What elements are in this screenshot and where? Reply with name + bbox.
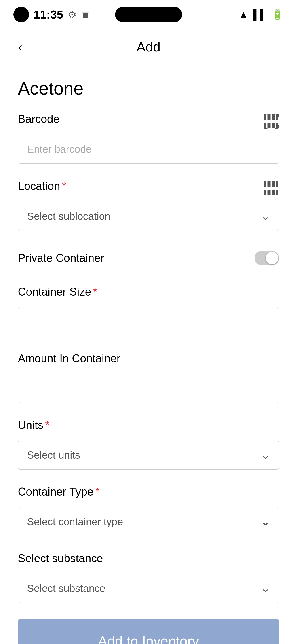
svg-rect-9 (268, 123, 270, 128)
status-right: ▲ ▌▌ 🔋 (239, 9, 284, 20)
container-size-input[interactable] (18, 307, 279, 336)
substance-select[interactable]: Select substance (18, 574, 279, 603)
svg-rect-8 (267, 123, 268, 128)
svg-rect-24 (271, 190, 272, 196)
status-time: 11:35 (33, 8, 63, 21)
substance-field-group: Select substance Select substance ⌄ (18, 552, 279, 603)
private-container-toggle[interactable] (255, 251, 279, 265)
notch (115, 7, 182, 22)
svg-rect-16 (268, 181, 270, 187)
svg-rect-3 (271, 114, 272, 120)
amount-input[interactable] (18, 374, 279, 403)
svg-rect-5 (275, 114, 275, 120)
container-size-required-star: * (93, 285, 97, 298)
container-type-select-wrapper: Select container type ⌄ (18, 507, 279, 536)
svg-rect-15 (267, 181, 268, 187)
svg-rect-4 (272, 114, 274, 120)
location-field-header: Location* (18, 179, 279, 197)
units-required-star: * (45, 418, 49, 432)
add-to-inventory-button[interactable]: Add to Inventory (18, 618, 279, 644)
svg-rect-25 (272, 190, 274, 196)
svg-rect-11 (272, 123, 274, 128)
app-header: ‹ Add (0, 29, 297, 65)
container-size-field-group: Container Size* (18, 285, 279, 336)
toggle-row: Private Container (18, 246, 279, 270)
private-container-label: Private Container (18, 252, 104, 264)
substance-label: Select substance (18, 552, 103, 565)
private-container-field-group: Private Container (18, 246, 279, 270)
back-arrow-icon: ‹ (18, 40, 22, 54)
container-size-label: Container Size* (18, 285, 97, 298)
location-field-group: Location* (18, 179, 279, 231)
back-button[interactable]: ‹ (11, 38, 29, 56)
status-left: 11:35 ⚙ ▣ (13, 7, 90, 22)
barcode-field-group: Barcode (18, 112, 279, 164)
svg-rect-2 (268, 114, 270, 120)
svg-rect-27 (276, 190, 279, 196)
units-select-wrapper: Select units ⌄ (18, 440, 279, 470)
barcode-label: Barcode (18, 112, 59, 126)
svg-rect-14 (264, 181, 266, 187)
svg-rect-19 (275, 181, 275, 187)
container-type-field-header: Container Type* (18, 485, 279, 503)
svg-rect-26 (275, 190, 275, 196)
barcode-scan-icon[interactable] (261, 112, 279, 130)
units-label: Units* (18, 418, 49, 432)
units-field-group: Units* Select units ⌄ (18, 418, 279, 470)
wifi-icon: ▲ (239, 9, 249, 20)
container-type-field-group: Container Type* Select container type ⌄ (18, 485, 279, 536)
container-type-required-star: * (95, 485, 99, 498)
svg-rect-20 (276, 181, 279, 187)
settings-icon: ⚙ (68, 9, 76, 20)
camera-icon (13, 7, 29, 22)
units-field-header: Units* (18, 418, 279, 436)
barcode-field-header: Barcode (18, 112, 279, 130)
page-title: Acetone (18, 78, 279, 99)
content-area: Acetone Barcode (0, 65, 297, 644)
amount-field-header: Amount In Container (18, 352, 279, 370)
amount-field-group: Amount In Container (18, 352, 279, 403)
svg-rect-10 (271, 123, 272, 128)
substance-select-wrapper: Select substance ⌄ (18, 574, 279, 603)
signal-icon: ▌▌ (253, 9, 267, 20)
location-select-wrapper: Select sublocation ⌄ (18, 202, 279, 231)
svg-rect-22 (267, 190, 268, 196)
svg-rect-23 (268, 190, 270, 196)
amount-label: Amount In Container (18, 352, 120, 365)
svg-rect-12 (275, 123, 275, 128)
substance-field-header: Select substance (18, 552, 279, 569)
location-select[interactable]: Select sublocation (18, 202, 279, 231)
barcode-input[interactable] (18, 134, 279, 164)
battery-icon: 🔋 (271, 9, 284, 20)
container-size-field-header: Container Size* (18, 285, 279, 303)
header-title: Add (137, 39, 160, 54)
container-type-label: Container Type* (18, 485, 100, 498)
location-label: Location* (18, 180, 66, 192)
svg-rect-21 (264, 190, 266, 196)
toggle-knob (266, 252, 278, 264)
svg-rect-18 (272, 181, 274, 187)
svg-rect-1 (267, 114, 268, 120)
location-barcode-scan-icon[interactable] (261, 179, 279, 197)
units-select[interactable]: Select units (18, 440, 279, 470)
status-bar: 11:35 ⚙ ▣ ▲ ▌▌ 🔋 (0, 0, 297, 29)
container-type-select[interactable]: Select container type (18, 507, 279, 536)
svg-rect-17 (271, 181, 272, 187)
location-required-star: * (62, 180, 66, 192)
sim-icon: ▣ (81, 9, 90, 20)
